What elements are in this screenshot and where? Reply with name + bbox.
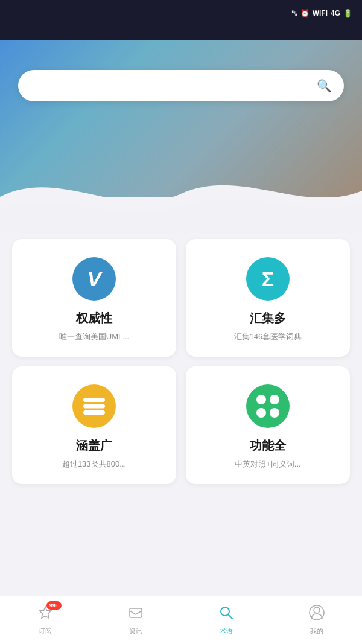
wifi-icon: WiFi: [313, 9, 328, 18]
cards-grid: V 权威性 唯一查询美国UML... Σ 汇集多 汇集146套医学词典 涵盖广 …: [0, 227, 362, 496]
tab-badge-subscribe: 99+: [46, 601, 62, 610]
tab-label-subscribe: 订阅: [39, 626, 52, 636]
battery-icon: 🔋: [343, 9, 352, 18]
card-collection[interactable]: Σ 汇集多 汇集146套医学词典: [186, 239, 350, 357]
tab-terms[interactable]: 术语: [181, 605, 272, 636]
card-coverage[interactable]: 涵盖广 超过133类共800...: [12, 366, 176, 484]
status-icons: ␗ ⏰ WiFi 4G 🔋: [291, 9, 352, 18]
tab-icon-profile: [309, 605, 325, 624]
card-desc-collection: 汇集146套医学词典: [234, 331, 302, 342]
svg-point-3: [256, 395, 266, 404]
tab-news[interactable]: 资讯: [91, 605, 181, 636]
tab-icon-news: [128, 605, 144, 624]
svg-rect-0: [83, 398, 105, 402]
tab-bar: 99+ 订阅 资讯 术语 我的: [0, 596, 362, 644]
card-icon-authority: V: [72, 257, 116, 301]
svg-rect-2: [83, 410, 105, 415]
card-title-function: 功能全: [250, 438, 286, 454]
svg-point-6: [270, 408, 279, 418]
signal-icon: 4G: [331, 9, 340, 18]
hero-wave: [0, 161, 362, 233]
svg-point-5: [256, 408, 266, 418]
card-authority[interactable]: V 权威性 唯一查询美国UML...: [12, 239, 176, 357]
card-desc-authority: 唯一查询美国UML...: [59, 331, 129, 342]
card-title-collection: 汇集多: [250, 310, 286, 327]
search-bar[interactable]: 🔍: [18, 70, 344, 101]
bluetooth-icon: ␗: [291, 9, 297, 18]
card-function[interactable]: 功能全 中英对照+同义词...: [186, 366, 350, 484]
card-title-coverage: 涵盖广: [76, 438, 112, 454]
status-bar: ␗ ⏰ WiFi 4G 🔋: [0, 0, 362, 27]
svg-rect-7: [130, 608, 142, 617]
search-container: 🔍: [18, 70, 344, 101]
alarm-icon: ⏰: [300, 9, 310, 18]
tab-label-news: 资讯: [129, 626, 142, 636]
tab-icon-terms: [218, 605, 234, 624]
card-icon-collection: Σ: [246, 257, 290, 301]
card-icon-function: [246, 384, 290, 428]
card-desc-function: 中英对照+同义词...: [235, 459, 300, 470]
tab-label-terms: 术语: [220, 626, 233, 636]
card-title-authority: 权威性: [76, 310, 112, 327]
tab-label-profile: 我的: [310, 626, 323, 636]
svg-rect-1: [83, 404, 105, 409]
tab-subscribe[interactable]: 99+ 订阅: [0, 605, 91, 636]
search-icon[interactable]: 🔍: [317, 78, 332, 93]
hero-section: 🔍: [0, 40, 362, 233]
tab-profile[interactable]: 我的: [272, 605, 362, 636]
svg-point-4: [270, 395, 279, 404]
card-icon-coverage: [72, 384, 116, 428]
page-header: [0, 27, 362, 40]
svg-point-9: [314, 607, 320, 613]
card-desc-coverage: 超过133类共800...: [62, 459, 126, 470]
tab-icon-subscribe: 99+: [37, 605, 53, 624]
